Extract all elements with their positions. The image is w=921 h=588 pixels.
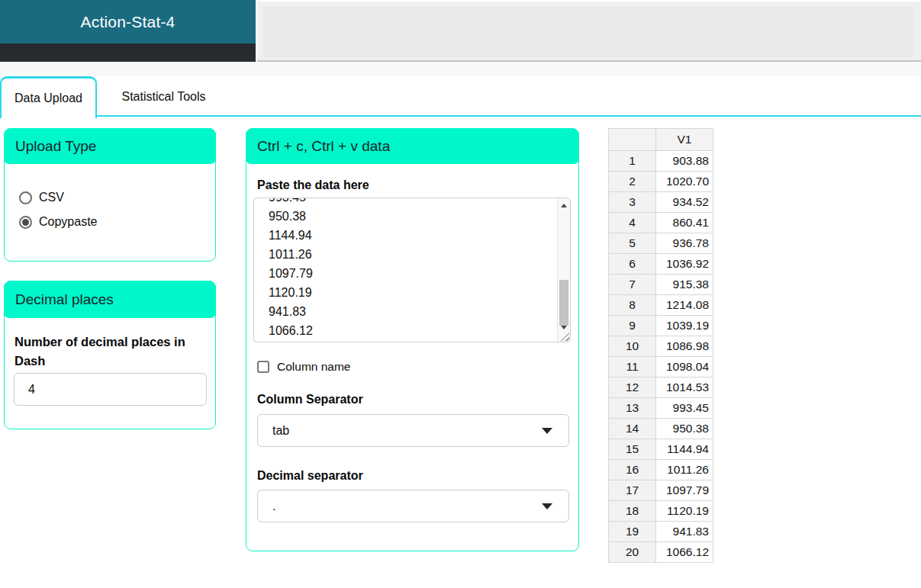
- value-cell: 1036.92: [656, 254, 713, 275]
- column-separator-select[interactable]: tab: [257, 414, 569, 447]
- table-body: 1903.8821020.703934.524860.415936.786103…: [609, 151, 713, 563]
- value-cell: 1144.94: [656, 439, 713, 460]
- radio-label: Copypaste: [39, 215, 98, 229]
- radio-option-copypaste[interactable]: Copypaste: [19, 215, 215, 229]
- table-row: 81214.08: [609, 295, 713, 316]
- table-row: 171097.79: [609, 480, 713, 501]
- value-cell: 1120.19: [656, 501, 713, 522]
- row-number-cell: 12: [609, 378, 656, 398]
- table-row: 121014.53: [609, 378, 713, 398]
- column-name-checkbox[interactable]: [257, 361, 269, 373]
- chevron-down-icon: [542, 503, 552, 509]
- row-number-cell: 9: [609, 316, 656, 336]
- table-header: V1: [609, 129, 713, 151]
- tab-statistical-tools[interactable]: Statistical Tools: [97, 79, 230, 115]
- table-row: 201066.12: [609, 542, 713, 563]
- paste-textarea-lines: 993.45950.381144.941011.261097.791120.19…: [254, 198, 313, 340]
- textarea-line: 1097.79: [269, 264, 313, 283]
- value-cell: 1014.53: [656, 378, 713, 398]
- column-separator-label: Column Separator: [257, 393, 363, 406]
- decimal-separator-select[interactable]: .: [257, 490, 569, 522]
- row-number-cell: 19: [609, 522, 656, 542]
- app-header: Action-Stat-4: [0, 0, 256, 43]
- chevron-down-icon: [542, 428, 552, 434]
- paste-data-card-header: Ctrl + c, Ctrl + v data: [246, 128, 579, 164]
- tab-data-upload[interactable]: Data Upload: [0, 76, 97, 118]
- value-cell: 936.78: [656, 233, 713, 254]
- decimal-places-value: 4: [28, 383, 35, 397]
- header-nav-panel-inner: [263, 6, 913, 57]
- decimal-places-label: Number of decimal places in Dash: [5, 318, 215, 371]
- textarea-line: 1144.94: [269, 226, 313, 245]
- scroll-down-button[interactable]: [558, 321, 570, 333]
- value-cell: 1039.19: [656, 316, 713, 336]
- row-number-cell: 1: [609, 151, 656, 172]
- table-row: 1903.88: [609, 151, 713, 172]
- row-number-cell: 14: [609, 419, 656, 439]
- value-cell: 860.41: [656, 213, 713, 233]
- column-name-label: Column name: [277, 360, 351, 374]
- row-number-cell: 6: [609, 254, 656, 275]
- upload-type-options: CSVCopypaste: [5, 164, 215, 229]
- app-title: Action-Stat-4: [81, 13, 176, 31]
- column-name-checkbox-row[interactable]: Column name: [257, 360, 351, 374]
- row-number-cell: 3: [609, 192, 656, 213]
- header-sub-strip: [0, 62, 921, 76]
- radio-icon[interactable]: [19, 191, 32, 204]
- table-row: 151144.94: [609, 439, 713, 460]
- table-row: 5936.78: [609, 233, 713, 254]
- radio-icon[interactable]: [19, 216, 32, 229]
- value-cell: 1098.04: [656, 357, 713, 378]
- row-number-cell: 8: [609, 295, 656, 316]
- row-number-cell: 13: [609, 398, 656, 419]
- row-number-cell: 7: [609, 275, 656, 295]
- paste-data-card-title: Ctrl + c, Ctrl + v data: [257, 138, 390, 155]
- table-row: 101086.98: [609, 336, 713, 357]
- value-cell: 1020.70: [656, 172, 713, 192]
- row-number-cell: 20: [609, 542, 656, 563]
- textarea-line: 1120.19: [269, 283, 313, 302]
- app-root: Action-Stat-4 Data Upload Statistical To…: [0, 0, 921, 588]
- table-row: 91039.19: [609, 316, 713, 336]
- radio-option-csv[interactable]: CSV: [19, 191, 215, 204]
- table-row: 161011.26: [609, 460, 713, 480]
- table-row: 3934.52: [609, 192, 713, 213]
- row-number-cell: 4: [609, 213, 656, 233]
- decimal-separator-value: .: [272, 500, 275, 513]
- data-preview-table: V1 1903.8821020.703934.524860.415936.786…: [608, 128, 713, 563]
- tabbar-underline: [0, 115, 921, 117]
- tab-statistical-tools-label: Statistical Tools: [122, 90, 206, 104]
- table-row: 21020.70: [609, 172, 713, 192]
- value-cell: 1011.26: [656, 460, 713, 480]
- row-number-cell: 15: [609, 439, 656, 460]
- textarea-line: 950.38: [269, 207, 313, 226]
- value-cell: 993.45: [656, 398, 713, 419]
- scrollbar-thumb[interactable]: [559, 280, 568, 326]
- textarea-scrollbar[interactable]: [557, 198, 570, 342]
- row-number-cell: 17: [609, 480, 656, 501]
- scroll-up-button[interactable]: [558, 199, 570, 211]
- tab-data-upload-label: Data Upload: [14, 92, 82, 105]
- textarea-line: 1066.12: [269, 321, 313, 340]
- radio-label: CSV: [39, 191, 64, 204]
- row-number-cell: 18: [609, 501, 656, 522]
- row-number-cell: 10: [609, 336, 656, 357]
- value-cell: 1086.98: [656, 336, 713, 357]
- table-row: 19941.83: [609, 522, 713, 542]
- row-number-cell: 16: [609, 460, 656, 480]
- textarea-line: 1011.26: [269, 245, 313, 264]
- row-number-cell: 5: [609, 233, 656, 254]
- paste-textarea[interactable]: 993.45950.381144.941011.261097.791120.19…: [253, 198, 571, 342]
- decimal-places-card-header: Decimal places: [4, 281, 216, 318]
- value-cell: 934.52: [656, 192, 713, 213]
- value-cell: 1066.12: [656, 542, 713, 563]
- value-cell: 1214.08: [656, 295, 713, 316]
- decimal-places-input[interactable]: 4: [14, 373, 207, 406]
- upload-type-card-title: Upload Type: [15, 138, 96, 155]
- upload-type-card-header: Upload Type: [4, 128, 216, 164]
- table-row: 13993.45: [609, 398, 713, 419]
- table-row: 4860.41: [609, 213, 713, 233]
- decimal-places-card-title: Decimal places: [15, 291, 114, 308]
- value-cell: 1097.79: [656, 480, 713, 501]
- decimal-separator-label: Decimal separator: [257, 469, 363, 483]
